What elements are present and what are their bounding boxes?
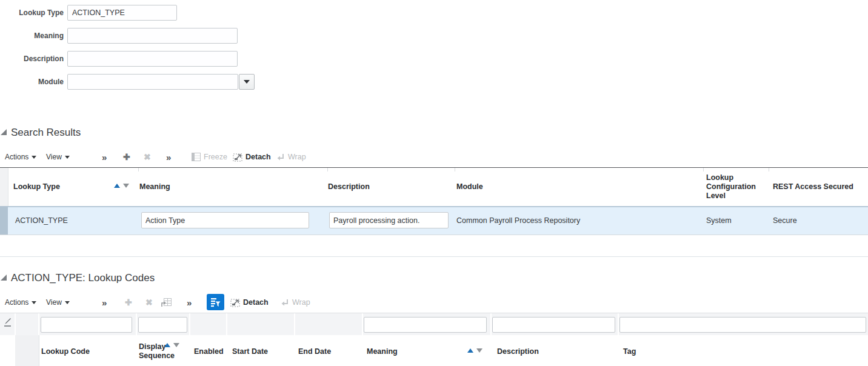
column-header-meaning[interactable]: Meaning bbox=[367, 347, 398, 356]
detach-label: Detach bbox=[245, 153, 271, 161]
column-header-module[interactable]: Module bbox=[456, 182, 483, 191]
cell-divider bbox=[490, 313, 492, 335]
cell-divider bbox=[226, 313, 227, 335]
insert-row-icon bbox=[161, 298, 172, 307]
column-header-description[interactable]: Description bbox=[497, 347, 539, 356]
toolbar-overflow-chevron-icon[interactable]: » bbox=[187, 293, 191, 311]
column-header-start-date[interactable]: Start Date bbox=[232, 347, 268, 356]
view-menu-label: View bbox=[46, 298, 62, 307]
add-row-button[interactable]: ✚ bbox=[123, 148, 130, 166]
add-row-button[interactable]: ✚ bbox=[125, 293, 132, 311]
column-divider bbox=[8, 168, 8, 206]
sort-ascending-icon[interactable] bbox=[114, 184, 120, 188]
meaning-input[interactable] bbox=[67, 28, 238, 44]
wrap-icon bbox=[280, 299, 289, 307]
cell-divider bbox=[189, 313, 190, 335]
column-header-enabled[interactable]: Enabled bbox=[194, 347, 224, 356]
wrap-icon bbox=[276, 153, 285, 161]
lookup-codes-collapse-icon[interactable] bbox=[1, 274, 7, 281]
module-dropdown-button[interactable] bbox=[239, 74, 255, 90]
row-selector[interactable] bbox=[0, 206, 8, 235]
search-results-collapse-icon[interactable] bbox=[1, 129, 7, 135]
module-input[interactable] bbox=[67, 74, 238, 90]
column-divider bbox=[327, 168, 328, 171]
column-header-lookup-type[interactable]: Lookup Type bbox=[13, 182, 60, 191]
row-selector-column bbox=[15, 335, 39, 366]
query-by-example-icon[interactable] bbox=[3, 316, 13, 328]
sort-descending-icon[interactable] bbox=[123, 184, 129, 188]
cell-divider bbox=[618, 313, 619, 335]
toolbar-overflow-chevron-icon[interactable]: » bbox=[166, 148, 170, 166]
chevron-down-icon bbox=[32, 301, 36, 304]
column-header-meaning[interactable]: Meaning bbox=[139, 182, 170, 191]
freeze-icon bbox=[192, 153, 201, 161]
wrap-button[interactable]: Wrap bbox=[276, 148, 306, 166]
freeze-label: Freeze bbox=[204, 153, 227, 161]
actions-menu-button[interactable]: Actions bbox=[5, 148, 36, 166]
cell-divider bbox=[38, 313, 39, 335]
chevron-down-icon bbox=[65, 156, 70, 159]
cell-rest-access-secured: Secure bbox=[773, 216, 797, 225]
detach-icon bbox=[233, 153, 242, 162]
manage-lookups-page: Lookup Type Meaning Description Module S… bbox=[0, 0, 868, 366]
query-by-example-toggle-button[interactable] bbox=[207, 294, 224, 310]
delete-row-button[interactable]: ✖ bbox=[145, 293, 153, 311]
filter-display-sequence-input[interactable] bbox=[138, 317, 187, 333]
filter-lookup-code-input[interactable] bbox=[41, 317, 132, 333]
view-menu-button[interactable]: View bbox=[46, 293, 70, 311]
actions-menu-button[interactable]: Actions bbox=[5, 293, 36, 311]
cell-divider bbox=[136, 313, 137, 335]
module-label: Module bbox=[0, 74, 64, 90]
column-header-display-sequence[interactable]: Display Sequence bbox=[139, 342, 176, 361]
view-menu-button[interactable]: View bbox=[46, 148, 70, 166]
detach-button[interactable]: Detach bbox=[230, 293, 269, 311]
freeze-button[interactable]: Freeze bbox=[192, 148, 227, 166]
cell-lookup-type: ACTION_TYPE bbox=[15, 216, 68, 225]
description-input[interactable] bbox=[67, 51, 238, 67]
column-header-rest-access-secured[interactable]: REST Access Secured bbox=[773, 182, 853, 191]
lookup-codes-toolbar: Actions View » ✚ ✖ » bbox=[0, 293, 868, 311]
toolbar-overflow-chevron-icon[interactable]: » bbox=[102, 293, 106, 311]
lookup-type-input[interactable] bbox=[67, 5, 177, 21]
cell-description-input[interactable] bbox=[329, 212, 449, 228]
description-label: Description bbox=[0, 51, 64, 67]
column-header-lookup-code[interactable]: Lookup Code bbox=[41, 347, 90, 356]
cell-meaning-input[interactable] bbox=[141, 212, 309, 228]
wrap-button[interactable]: Wrap bbox=[280, 293, 310, 311]
insert-row-button[interactable] bbox=[161, 293, 172, 311]
detach-icon bbox=[230, 298, 240, 307]
column-divider bbox=[138, 168, 139, 171]
column-header-description[interactable]: Description bbox=[328, 182, 370, 191]
sort-ascending-icon[interactable] bbox=[164, 343, 170, 347]
wrap-label: Wrap bbox=[288, 153, 306, 161]
column-header-lookup-configuration-level[interactable]: Lookup Configuration Level bbox=[706, 173, 762, 201]
filter-tag-input[interactable] bbox=[619, 317, 866, 333]
sort-descending-icon[interactable] bbox=[476, 348, 482, 353]
search-results-toolbar: Actions View » ✚ ✖ » Freeze bbox=[0, 148, 868, 166]
wrap-label: Wrap bbox=[292, 298, 310, 307]
detach-label: Detach bbox=[243, 298, 269, 307]
filter-meaning-input[interactable] bbox=[364, 317, 487, 333]
column-header-tag[interactable]: Tag bbox=[623, 347, 636, 356]
detach-button[interactable]: Detach bbox=[233, 148, 271, 166]
filter-description-input[interactable] bbox=[492, 317, 615, 333]
cell-divider bbox=[15, 313, 16, 335]
search-results-title: Search Results bbox=[11, 127, 81, 139]
view-menu-label: View bbox=[46, 153, 62, 161]
cell-divider bbox=[294, 313, 295, 335]
delete-row-button[interactable]: ✖ bbox=[144, 148, 151, 166]
lookup-codes-title: ACTION_TYPE: Lookup Codes bbox=[11, 272, 155, 284]
column-divider bbox=[455, 168, 455, 171]
actions-menu-label: Actions bbox=[5, 153, 28, 161]
sort-ascending-icon[interactable] bbox=[467, 348, 473, 353]
sort-descending-icon[interactable] bbox=[173, 343, 179, 347]
cell-lookup-configuration-level: System bbox=[706, 216, 732, 225]
meaning-label: Meaning bbox=[0, 28, 64, 44]
column-header-end-date[interactable]: End Date bbox=[298, 347, 331, 356]
row-header-column bbox=[0, 168, 8, 206]
chevron-down-icon bbox=[65, 301, 70, 304]
panel-divider bbox=[0, 256, 868, 257]
cell-divider bbox=[362, 313, 363, 335]
toolbar-overflow-chevron-icon[interactable]: » bbox=[102, 148, 106, 166]
column-divider bbox=[39, 335, 39, 366]
